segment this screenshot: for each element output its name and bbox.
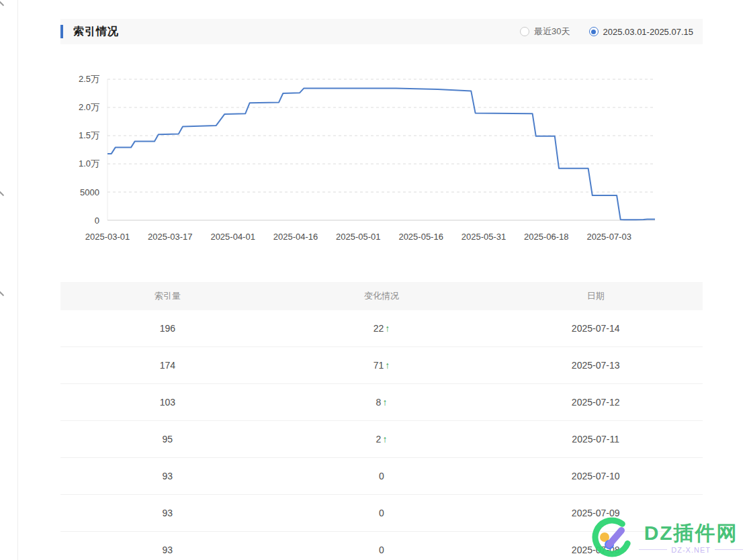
left-panel-divider <box>17 0 18 560</box>
dz-logo-icon <box>590 516 633 559</box>
x-axis-label: 2025-05-16 <box>398 232 443 242</box>
date-cell: 2025-07-10 <box>488 471 703 481</box>
watermark-dash-right <box>715 549 743 550</box>
radio-dot <box>591 30 596 34</box>
change-cell: 8↑ <box>275 397 489 408</box>
page-title: 索引情况 <box>73 25 119 39</box>
index-count-cell: 93 <box>60 545 275 555</box>
date-cell: 2025-07-11 <box>488 434 703 445</box>
radio-unselected-icon[interactable] <box>520 27 529 36</box>
date-range-option-1[interactable]: 2025.03.01-2025.07.15 <box>589 27 693 37</box>
up-arrow-icon: ↑ <box>382 397 387 408</box>
x-axis-label: 2025-07-03 <box>586 232 631 242</box>
edge-artifact-mark <box>0 191 4 196</box>
watermark-name: DZ插件网 <box>644 521 738 545</box>
change-value: 0 <box>379 545 384 555</box>
index-count-cell: 93 <box>60 471 275 481</box>
change-value: 2 <box>376 434 382 445</box>
column-header: 索引量 <box>60 290 275 302</box>
index-series-line <box>107 88 655 220</box>
up-arrow-icon: ↑ <box>382 434 387 445</box>
title-accent-bar <box>60 25 63 38</box>
index-trend-chart[interactable]: 2.5万2.0万1.5万1.0万500002025-03-012025-03-1… <box>60 71 703 252</box>
table-row: 952↑2025-07-11 <box>60 421 703 458</box>
change-cell: 0 <box>275 471 489 481</box>
change-value: 8 <box>376 397 382 408</box>
table-row: 19622↑2025-07-14 <box>60 310 703 347</box>
date-cell: 2025-07-14 <box>488 323 703 334</box>
column-header: 日期 <box>488 290 703 302</box>
panel-header: 索引情况 最近30天2025.03.01-2025.07.15 <box>60 19 703 44</box>
change-value: 22 <box>374 323 384 334</box>
chart-canvas[interactable] <box>60 71 703 252</box>
change-cell: 0 <box>275 545 489 555</box>
change-cell: 2↑ <box>275 434 489 445</box>
table-row: 1038↑2025-07-12 <box>60 384 703 421</box>
change-cell: 22↑ <box>275 323 489 334</box>
x-axis-label: 2025-04-01 <box>210 232 255 242</box>
radio-label[interactable]: 2025.03.01-2025.07.15 <box>603 27 693 37</box>
table-row: 17471↑2025-07-13 <box>60 347 703 384</box>
watermark-text: DZ插件网 DZ-X.NET <box>639 521 743 554</box>
table-header-row: 索引量变化情况日期 <box>60 282 703 310</box>
change-value: 0 <box>379 471 384 481</box>
index-count-cell: 93 <box>60 508 275 518</box>
table-row: 9302025-07-10 <box>60 458 703 495</box>
change-cell: 0 <box>275 508 489 518</box>
date-cell: 2025-07-13 <box>488 360 703 371</box>
x-axis-label: 2025-05-31 <box>462 232 507 242</box>
watermark-domain: DZ-X.NET <box>671 546 711 554</box>
x-axis-label: 2025-06-18 <box>524 232 569 242</box>
index-count-cell: 95 <box>60 434 275 445</box>
date-range-radio-group: 最近30天2025.03.01-2025.07.15 <box>520 26 703 38</box>
edge-artifact-mark <box>0 1 4 6</box>
date-range-option-0[interactable]: 最近30天 <box>520 26 570 38</box>
change-cell: 71↑ <box>275 360 489 371</box>
edge-artifact-mark <box>0 291 4 296</box>
up-arrow-icon: ↑ <box>385 323 390 334</box>
x-axis-label: 2025-03-17 <box>148 232 193 242</box>
index-count-cell: 103 <box>60 397 275 408</box>
radio-label[interactable]: 最近30天 <box>534 26 570 38</box>
change-value: 71 <box>374 360 384 371</box>
x-axis-label: 2025-05-01 <box>336 232 381 242</box>
dz-watermark: DZ插件网 DZ-X.NET <box>590 516 743 559</box>
watermark-dash-left <box>639 549 667 550</box>
date-cell: 2025-07-12 <box>488 397 703 408</box>
watermark-domain-line: DZ-X.NET <box>639 546 743 554</box>
index-count-cell: 196 <box>60 323 275 334</box>
change-value: 0 <box>379 508 384 518</box>
x-axis-label: 2025-04-16 <box>273 232 318 242</box>
column-header: 变化情况 <box>275 290 489 302</box>
radio-selected-icon[interactable] <box>589 27 599 36</box>
up-arrow-icon: ↑ <box>385 360 390 371</box>
x-axis-label: 2025-03-01 <box>85 232 130 242</box>
index-count-cell: 174 <box>60 360 275 371</box>
